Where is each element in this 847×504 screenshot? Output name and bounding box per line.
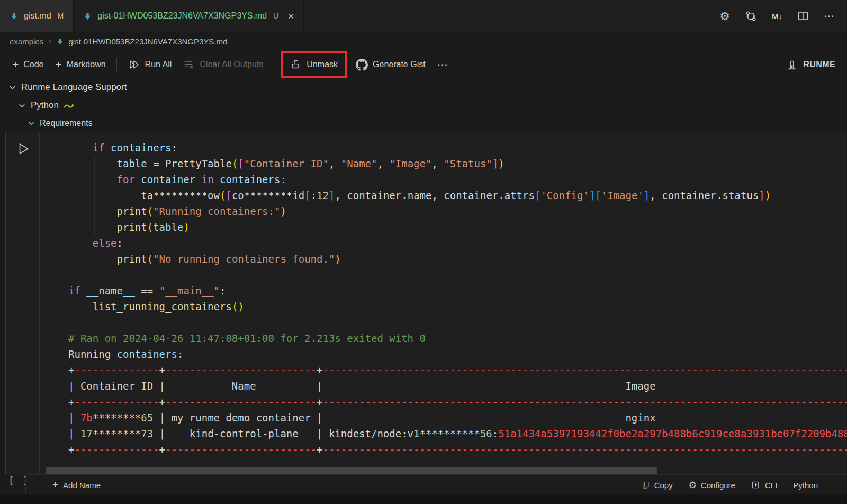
run-all-label: Run All	[145, 60, 172, 69]
plus-icon: +	[52, 480, 58, 490]
unmask-label: Unmask	[307, 60, 338, 69]
chevron-down-icon	[8, 84, 16, 92]
outline-label: Python	[31, 100, 59, 111]
add-markdown-cell-button[interactable]: + Markdown	[50, 55, 112, 74]
code-line: ta*********ow([co********id[:12], contai…	[68, 187, 847, 203]
cli-icon	[751, 480, 761, 490]
code-line: table = PrettyTable(["Container ID", "Na…	[68, 156, 847, 172]
outline-python[interactable]: Python	[0, 96, 847, 114]
code-line: else:	[68, 235, 847, 251]
code-line: if __name__ == "__main__":	[68, 283, 847, 299]
chevron-down-icon	[18, 102, 26, 110]
editor-actions: ⚙ M↓ ⋯	[719, 0, 847, 32]
tab-modified-badge: M	[58, 12, 64, 20]
runme-logo-icon	[786, 58, 798, 71]
code-line: print("Running containers:")	[68, 203, 847, 219]
unmask-button[interactable]: Unmask	[283, 53, 345, 76]
add-markdown-label: Markdown	[67, 60, 106, 69]
cli-button[interactable]: CLI	[751, 480, 777, 490]
gear-icon: ⚙	[689, 480, 697, 490]
add-code-cell-button[interactable]: + Code	[6, 55, 50, 74]
markdown-file-icon	[10, 12, 19, 21]
code-line: | 7b********65 | my_runme_demo_container…	[68, 410, 847, 426]
notebook-toolbar: + Code + Markdown Run All Clear All Outp…	[0, 51, 847, 78]
add-name-button[interactable]: + Add Name	[52, 481, 101, 490]
outline-label: Runme Language Support	[21, 82, 127, 93]
chevron-down-icon	[28, 120, 35, 127]
copy-label: Copy	[654, 481, 673, 490]
code-line: if containers:	[68, 140, 847, 156]
markdown-file-icon	[83, 12, 92, 21]
markdown-file-icon	[56, 38, 64, 46]
code-line: | Container ID | Name | Image	[68, 378, 847, 394]
code-line: +--------------+------------------------…	[68, 362, 847, 378]
generate-gist-label: Generate Gist	[373, 60, 426, 69]
clear-all-outputs-button[interactable]: Clear All Outputs	[177, 55, 269, 74]
tab-label: gist.md	[24, 11, 51, 21]
code-line: for container in containers:	[68, 172, 847, 187]
code-line: | 17********73 | kind-control-plane | ki…	[68, 426, 847, 442]
code-line: +--------------+------------------------…	[68, 394, 847, 410]
run-all-icon	[128, 58, 140, 71]
notebook-cell: if containers: table = PrettyTable(["Con…	[5, 132, 847, 474]
run-cell-icon[interactable]	[16, 141, 31, 156]
run-all-button[interactable]: Run All	[122, 55, 178, 74]
close-icon[interactable]: ×	[288, 11, 294, 21]
code-line	[68, 267, 847, 283]
snake-emoji-icon	[64, 101, 74, 110]
cell-footer: + Add Name Copy ⚙ Configure CLI	[25, 474, 847, 495]
toolbar-separator	[116, 58, 117, 71]
plus-icon: +	[12, 59, 19, 70]
window: gist.md M gist-01HWD053BZ23JN6VA7X3NGP3Y…	[0, 0, 847, 504]
code-line	[68, 314, 847, 330]
github-icon	[356, 59, 368, 71]
outline-runme-language-support[interactable]: Runme Language Support	[0, 78, 847, 96]
code-line: # Ran on 2024-04-26 11:47:08+01:00 for 2…	[68, 330, 847, 346]
code-line: Running containers:	[68, 346, 847, 362]
tab-gist-md[interactable]: gist.md M	[0, 0, 74, 32]
clear-outputs-icon	[183, 59, 195, 70]
breadcrumb: examples › gist-01HWD053BZ23JN6VA7X3NGP3…	[0, 32, 847, 51]
code-line: print("No running containers found.")	[68, 251, 847, 267]
breadcrumb-separator-icon: ›	[48, 37, 51, 46]
outline-requirements[interactable]: Requirements	[0, 114, 847, 132]
code-line: list_running_containers()	[68, 299, 847, 314]
copy-button[interactable]: Copy	[641, 481, 673, 490]
outline-label: Requirements	[40, 119, 93, 128]
python-kernel-button[interactable]: Python	[793, 481, 818, 490]
python-label: Python	[793, 481, 818, 490]
horizontal-scrollbar[interactable]	[46, 467, 657, 475]
runme-label: RUNME	[803, 60, 835, 69]
code-line: +--------------+------------------------…	[68, 442, 847, 457]
code-lines[interactable]: if containers: table = PrettyTable(["Con…	[40, 140, 847, 474]
cli-label: CLI	[765, 481, 777, 490]
clear-outputs-label: Clear All Outputs	[200, 60, 263, 69]
generate-gist-button[interactable]: Generate Gist	[350, 55, 431, 74]
window-bottom-strip	[0, 494, 847, 504]
tab-untracked-badge: U	[273, 12, 278, 20]
breadcrumb-folder[interactable]: examples	[10, 37, 43, 46]
toolbar-more-icon[interactable]: ⋯	[431, 55, 454, 74]
add-code-label: Code	[23, 60, 43, 69]
add-name-label: Add Name	[63, 481, 101, 490]
more-actions-icon[interactable]: ⋯	[824, 10, 834, 22]
toolbar-separator	[274, 58, 274, 71]
tab-bar: gist.md M gist-01HWD053BZ23JN6VA7X3NGP3Y…	[0, 0, 847, 32]
tab-label: gist-01HWD053BZ23JN6VA7X3NGP3YS.md	[97, 11, 267, 21]
cell-footer-actions: Copy ⚙ Configure CLI Python	[641, 480, 847, 490]
tab-gist-file[interactable]: gist-01HWD053BZ23JN6VA7X3NGP3YS.md U ×	[74, 0, 304, 32]
markdown-preview-icon[interactable]: M↓	[772, 12, 782, 21]
unlock-icon	[290, 59, 302, 70]
configure-label: Configure	[701, 481, 735, 490]
open-changes-icon[interactable]	[745, 10, 757, 22]
breadcrumb-file[interactable]: gist-01HWD053BZ23JN6VA7X3NGP3YS.md	[69, 37, 228, 46]
split-editor-icon[interactable]	[797, 10, 809, 22]
configure-button[interactable]: ⚙ Configure	[689, 480, 735, 490]
plus-icon: +	[56, 59, 62, 70]
unmask-highlight-box: Unmask	[281, 51, 347, 78]
copy-icon	[641, 481, 650, 490]
cell-gutter	[6, 132, 40, 474]
runme-brand[interactable]: RUNME	[786, 58, 847, 71]
code-line: print(table)	[68, 219, 847, 235]
settings-gear-icon[interactable]: ⚙	[719, 10, 730, 23]
